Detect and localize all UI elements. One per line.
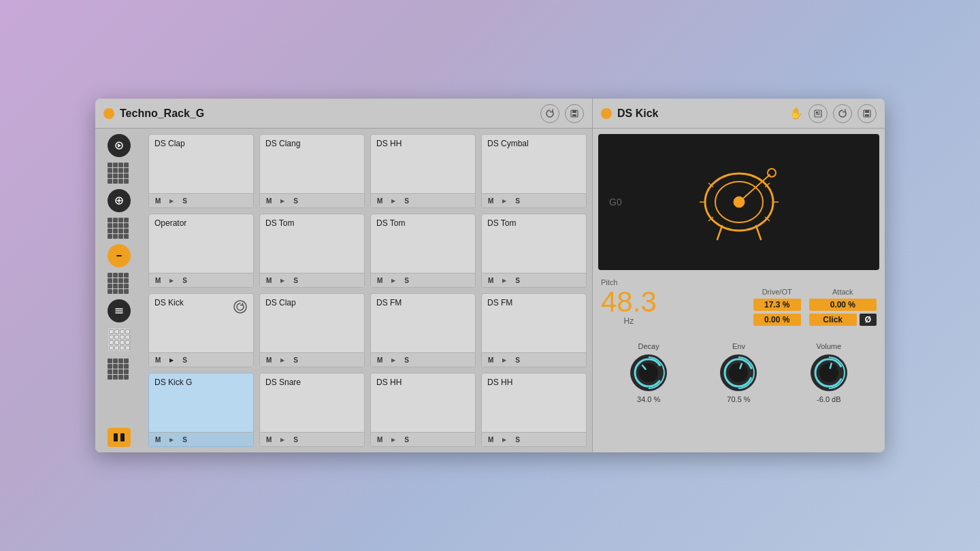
instrument-ds-hh-3[interactable]: DS HH M ▶ S [481,373,587,447]
instrument-ds-fm-2[interactable]: DS FM M ▶ S [481,293,587,367]
drive-ot-value1[interactable]: 17.3 % [753,299,801,311]
instrument-ds-tom-3[interactable]: DS Tom M ▶ S [481,214,587,288]
link-button[interactable] [808,104,828,123]
drive-ot-value2[interactable]: 0.00 % [753,314,801,326]
right-save-button[interactable] [858,104,877,123]
solo-btn[interactable]: S [513,356,522,365]
refresh-button[interactable] [540,104,559,123]
mute-btn[interactable]: M [375,276,385,285]
instrument-operator[interactable]: Operator M ▶ S [148,214,254,288]
play-btn[interactable]: ▶ [498,276,510,285]
solo-btn[interactable]: S [180,435,189,444]
mute-btn[interactable]: M [486,356,495,365]
volume-knob[interactable] [811,354,847,391]
play-btn[interactable]: ▶ [387,276,399,285]
attack-group: Attack 0.00 % Click Ø [809,288,877,326]
instrument-name: DS HH [482,373,586,432]
play-btn[interactable]: ▶ [276,196,289,205]
mute-btn[interactable]: M [375,356,385,365]
env-knob-group: Env 70.5 % [720,342,757,403]
play-btn[interactable]: ▶ [165,435,178,444]
right-panel: DS Kick ✋ [592,99,885,452]
mute-btn[interactable]: M [486,197,495,205]
instrument-ds-clap-2[interactable]: DS Clap M ▶ S [259,293,365,367]
instrument-ds-fm-1[interactable]: DS FM M ▶ S [370,293,476,367]
solo-btn[interactable]: S [402,356,411,365]
play-btn[interactable]: ▶ [498,435,510,444]
mute-btn[interactable]: M [264,356,274,365]
instrument-ds-tom-2[interactable]: DS Tom M ▶ S [370,214,476,288]
play-btn[interactable]: ▶ [165,196,178,205]
decay-value: 34.0 % [637,395,660,403]
click-button[interactable]: Click [809,314,857,326]
instrument-ds-kick-1[interactable]: DS Kick M ▶ S [148,293,254,367]
play-btn[interactable]: ▶ [387,435,399,444]
solo-btn[interactable]: S [513,435,522,444]
instrument-controls: M ▶ S [260,273,364,287]
solo-btn[interactable]: S [513,276,522,285]
svg-point-35 [729,363,748,382]
solo-btn[interactable]: S [402,197,411,205]
solo-btn[interactable]: S [180,356,189,365]
mute-btn[interactable]: M [375,197,385,205]
instrument-controls: M ▶ S [371,273,475,287]
solo-btn[interactable]: S [291,276,300,285]
play-btn[interactable]: ▶ [387,355,399,365]
mute-btn[interactable]: M [375,435,385,444]
play-btn[interactable]: ▶ [276,435,289,444]
save-button[interactable] [565,104,584,123]
instrument-ds-tom-1[interactable]: DS Tom M ▶ S [259,214,365,288]
sidebar-btn-add[interactable] [108,189,131,212]
decay-label: Decay [638,342,659,350]
instrument-controls: M ▶ S [149,352,253,367]
mute-btn[interactable]: M [153,276,163,285]
solo-btn[interactable]: S [402,435,411,444]
env-knob[interactable] [720,354,757,391]
instrument-ds-hh-1[interactable]: DS HH M ▶ S [370,134,476,208]
rack-title: Techno_Rack_G [120,107,535,120]
play-btn[interactable]: ▶ [387,196,399,205]
mute-btn[interactable]: M [153,435,163,444]
solo-btn[interactable]: S [402,276,411,285]
svg-rect-6 [120,433,125,441]
instrument-ds-clang[interactable]: DS Clang M ▶ S [259,134,365,208]
mute-btn[interactable]: M [264,197,274,205]
phase-button[interactable]: Ø [860,314,877,326]
knobs-row: Decay 34.0 % Env [593,337,885,412]
instrument-ds-snare[interactable]: DS Snare M ▶ S [259,373,365,447]
mute-btn[interactable]: M [264,435,274,444]
instrument-ds-kick-g[interactable]: DS Kick G M ▶ S [148,373,254,447]
instrument-ds-clap-1[interactable]: DS Clap M ▶ S [148,134,254,208]
pitch-display: Pitch 48.3 Hz [601,278,657,326]
sidebar-btn-list[interactable] [108,299,131,322]
play-btn[interactable]: ▶ [276,355,289,365]
solo-btn[interactable]: S [291,197,300,205]
solo-btn[interactable]: S [180,276,189,285]
sidebar-btn-record[interactable] [108,134,131,157]
sidebar-play-button[interactable] [108,428,131,447]
instrument-controls: M ▶ S [260,193,364,207]
play-btn[interactable]: ▶ [276,276,289,285]
right-header: DS Kick ✋ [593,99,885,129]
solo-btn[interactable]: S [513,197,522,205]
right-refresh-button[interactable] [833,104,852,123]
instrument-ds-cymbal[interactable]: DS Cymbal M ▶ S [481,134,587,208]
play-btn[interactable]: ▶ [165,276,178,285]
mute-btn[interactable]: M [264,276,274,285]
mute-btn[interactable]: M [486,435,495,444]
mute-btn[interactable]: M [486,276,495,285]
svg-point-28 [768,169,776,177]
sidebar-btn-minus[interactable] [108,244,131,267]
solo-btn[interactable]: S [180,197,189,205]
instrument-ds-hh-2[interactable]: DS HH M ▶ S [370,373,476,447]
play-btn[interactable]: ▶ [498,355,510,365]
play-btn[interactable]: ▶ [498,196,510,205]
mute-btn[interactable]: M [153,356,163,365]
solo-btn[interactable]: S [291,356,300,365]
attack-value1[interactable]: 0.00 % [809,299,877,311]
decay-knob[interactable] [630,354,667,391]
instrument-controls: M ▶ S [260,432,364,446]
play-btn[interactable]: ▶ [165,355,178,365]
solo-btn[interactable]: S [291,435,300,444]
mute-btn[interactable]: M [153,197,163,205]
